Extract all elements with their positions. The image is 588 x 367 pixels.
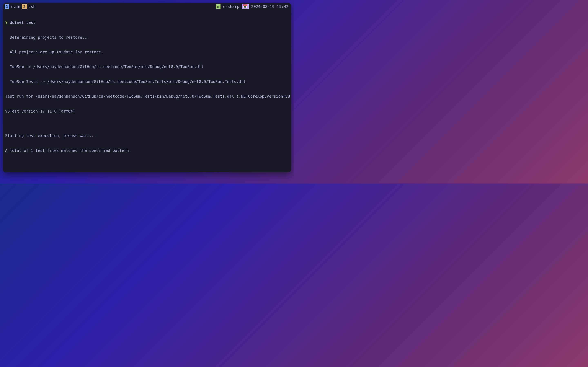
status-left: 1 nvim 2 zsh <box>5 4 37 9</box>
calendar-icon: 📅 <box>242 4 249 9</box>
status-right: ⊞ c-sharp 📅 2024-08-19 15:42 <box>216 4 289 9</box>
output-line: Starting test execution, please wait... <box>5 133 289 138</box>
output-line: All projects are up-to-date for restore. <box>5 50 289 54</box>
tmux-status-bar: 1 nvim 2 zsh ⊞ c-sharp 📅 2024-08-19 15:4… <box>3 3 291 10</box>
tab-1-number[interactable]: 1 <box>5 4 9 9</box>
blank-line <box>5 163 289 167</box>
output-line: VSTest version 17.11.0 (arm64) <box>5 109 289 114</box>
session-name: c-sharp <box>222 4 240 9</box>
terminal-body[interactable]: ❯ dotnet test Determining projects to re… <box>3 10 291 172</box>
output-line: TwoSum -> /Users/haydenhanson/GitHub/cs-… <box>5 64 289 69</box>
output-line: Determining projects to restore... <box>5 35 289 40</box>
tab-1-label[interactable]: nvim <box>9 4 22 9</box>
command-line: ❯ dotnet test <box>5 20 289 25</box>
datetime: 2024-08-19 15:42 <box>250 4 289 9</box>
prompt-symbol: ❯ <box>5 20 7 25</box>
tab-2-label[interactable]: zsh <box>27 4 37 9</box>
output-line: TwoSum.Tests -> /Users/haydenhanson/GitH… <box>5 79 289 84</box>
command-text: dotnet test <box>10 20 35 25</box>
output-line: A total of 1 test files matched the spec… <box>5 148 289 153</box>
terminal-window[interactable]: 1 nvim 2 zsh ⊞ c-sharp 📅 2024-08-19 15:4… <box>3 3 291 172</box>
pane-icon: ⊞ <box>216 4 220 9</box>
tab-2-number[interactable]: 2 <box>22 4 27 9</box>
output-line: Test run for /Users/haydenhanson/GitHub/… <box>5 94 289 99</box>
